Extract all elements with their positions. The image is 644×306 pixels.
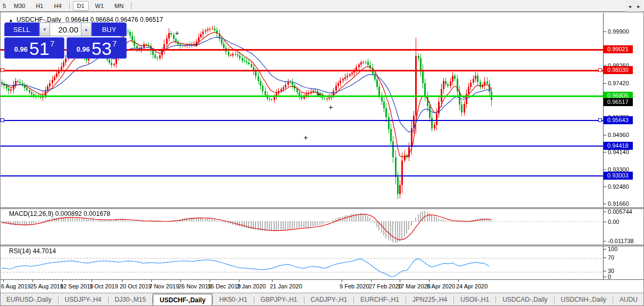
hline-handle[interactable] <box>598 68 602 72</box>
date-axis-tick <box>122 280 122 282</box>
date-axis-tick <box>3 280 4 282</box>
date-axis-label: 6 Aug 2019 <box>1 283 31 289</box>
buy-price-prefix: 0.96 <box>77 45 90 53</box>
date-axis-tick <box>151 280 152 282</box>
date-axis-tick <box>180 280 181 282</box>
timeframe-button-m30[interactable]: M30 <box>10 1 29 11</box>
sell-button[interactable]: SELL <box>4 22 39 36</box>
tab-eurchf-h1[interactable]: EURCHF-,H1 <box>354 294 406 305</box>
rsi-axis-label: 70 <box>608 254 614 261</box>
date-axis-label: 25 Aug 2019 <box>30 283 63 289</box>
volume-increase-button[interactable]: ▲ <box>81 22 92 36</box>
one-click-trading-panel: SELL ▼ ▲ BUY 0.96 51 7 0.96 53 7 <box>4 22 127 59</box>
macd-axis-label: 0.005744 <box>608 208 632 215</box>
price-axis-tick <box>604 170 606 170</box>
tab-dj30-m15[interactable]: DJ30-,M15 <box>108 294 152 305</box>
tab-scroll-left-icon[interactable]: ◄ <box>628 4 632 9</box>
hline-handle[interactable] <box>598 118 602 122</box>
date-axis-tick <box>400 280 400 282</box>
price-axis-tick <box>604 135 606 135</box>
toolbar-separator <box>131 2 131 10</box>
date-axis-tick <box>32 280 33 282</box>
macd-axis-label: 0.00 <box>608 219 619 225</box>
tab-scroll-right-icon[interactable]: ► <box>637 4 641 9</box>
hline-0-96805[interactable] <box>0 95 603 97</box>
hline-0-9803[interactable] <box>0 70 603 71</box>
rsi-axis-tick <box>604 257 606 258</box>
price-badge-0-93003: 0.93003 <box>604 172 633 180</box>
date-axis-label: 24 Apr 2020 <box>456 283 488 289</box>
price-axis-label: 0.99900 <box>608 28 629 35</box>
toolbar-separator <box>69 2 70 10</box>
timeframe-button-h4[interactable]: H4 <box>49 1 65 11</box>
hline-0-93003[interactable] <box>0 175 603 176</box>
timeframe-button-mn[interactable]: MN <box>110 1 128 11</box>
date-axis-label: 5 Apr 2020 <box>427 283 455 289</box>
date-axis-label: 27 Feb 2020 <box>369 283 402 289</box>
timeframe-button-w1[interactable]: W1 <box>91 1 109 11</box>
macd-axis-label: -0.011738 <box>608 238 634 244</box>
tab-usdjpy-h4[interactable]: USDJPY-,H4 <box>59 294 108 305</box>
price-badge-0-95643: 0.95643 <box>604 116 633 124</box>
price-axis-tick <box>604 204 606 204</box>
date-axis[interactable]: 6 Aug 201925 Aug 201912 Sep 20191 Oct 20… <box>0 280 644 293</box>
timeframe-button-5[interactable]: 5 <box>1 1 7 11</box>
hline-handle[interactable] <box>1 118 4 122</box>
tab-eurusd-daily[interactable]: EURUSD-,Daily <box>0 294 58 305</box>
date-axis-tick <box>239 280 240 282</box>
date-axis-label: 2 Jan 2020 <box>237 283 266 289</box>
sell-price-button[interactable]: 0.96 51 7 <box>4 37 64 59</box>
price-axis-label: 0.97420 <box>608 80 629 86</box>
rsi-axis-tick <box>604 271 606 271</box>
tab-usoil-h1[interactable]: USOil-,H1 <box>454 294 496 305</box>
timeframe-button-h1[interactable]: H1 <box>31 1 47 11</box>
rsi-label: RSI(14) 44.7014 <box>9 247 56 255</box>
macd-panel-splitter[interactable] <box>0 207 644 209</box>
rsi-axis-tick <box>604 249 606 249</box>
tab-jpn225-h4[interactable]: JPN225-,H4 <box>406 294 453 305</box>
tab-audu[interactable]: AUDU <box>613 294 644 305</box>
price-badge-0-98030: 0.98030 <box>604 66 633 74</box>
date-axis-tick <box>458 280 459 282</box>
rsi-canvas[interactable] <box>0 246 603 279</box>
hline-0-94418[interactable] <box>0 146 603 147</box>
hline-0-95643[interactable] <box>0 120 603 121</box>
date-axis-label: 21 Jan 2020 <box>270 283 302 289</box>
price-axis-tick <box>604 83 606 84</box>
tab-gbpjpy-h1[interactable]: GBPJPY-,H1 <box>254 294 304 305</box>
buy-button[interactable]: BUY <box>92 22 127 36</box>
date-axis-label: 17 Mar 2020 <box>398 283 431 289</box>
price-badge-0-99021: 0.99021 <box>604 45 633 53</box>
date-axis-label: 7 Nov 2019 <box>149 283 179 289</box>
macd-values: 0.000892 0.001678 <box>55 210 110 218</box>
sell-price-big: 51 <box>29 41 49 57</box>
macd-name: MACD(12,26,9) <box>9 210 53 218</box>
spin-down-icon: ▼ <box>43 27 47 32</box>
price-axis-tick <box>604 152 606 152</box>
date-axis-tick <box>210 280 210 282</box>
tab-usdcnh-daily[interactable]: USDCNH-,Daily <box>555 294 613 305</box>
price-badge-0-96517: 0.96517 <box>604 98 633 106</box>
price-badge-0-94418: 0.94418 <box>604 142 633 150</box>
date-axis-tick <box>429 280 430 282</box>
rsi-axis-label: 100 <box>608 246 617 252</box>
hline-handle[interactable] <box>1 68 4 72</box>
rsi-panel-splitter[interactable] <box>0 245 644 246</box>
timeframe-button-d1[interactable]: D1 <box>73 1 89 11</box>
volume-input[interactable] <box>50 22 81 36</box>
tab-hk50-h1[interactable]: HK50-,H1 <box>213 294 254 305</box>
date-axis-label: 20 Oct 2019 <box>120 283 152 289</box>
tab-cadjpy-h1[interactable]: CADJPY-,H1 <box>304 294 353 305</box>
tab-usdcad-daily[interactable]: USDCAD-,Daily <box>496 294 554 305</box>
date-axis-tick <box>62 280 63 282</box>
sell-price-pip: 7 <box>50 39 54 48</box>
tab-usdchf-daily[interactable]: USDCHF-,Daily <box>153 294 212 306</box>
volume-decrease-button[interactable]: ▼ <box>39 22 50 36</box>
price-axis-label: 0.94960 <box>608 132 629 138</box>
buy-price-button[interactable]: 0.96 53 7 <box>67 37 127 59</box>
rsi-name: RSI(14) <box>9 247 31 255</box>
macd-axis-tick <box>604 212 606 212</box>
buy-price-pip: 7 <box>112 39 117 48</box>
price-axis-tick <box>604 187 606 187</box>
date-axis-label: 12 Sep 2019 <box>60 283 93 289</box>
